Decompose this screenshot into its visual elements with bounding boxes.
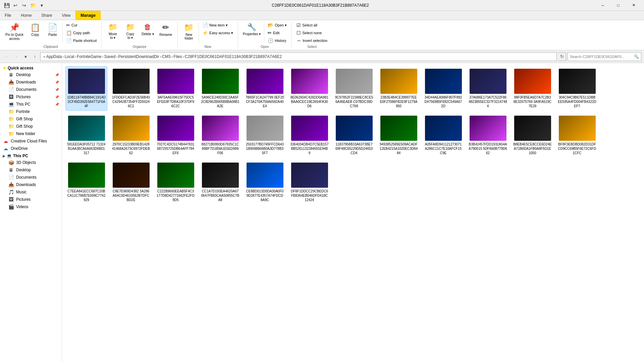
save-button[interactable]: 💾: [3, 1, 11, 9]
file-item-f14[interactable]: 2970C15233B09EB142841468A2673C6972FDEB62: [110, 113, 152, 158]
history-button[interactable]: 🕐 History: [266, 37, 289, 44]
minimize-button[interactable]: ─: [595, 0, 610, 11]
sidebar-item-fortnite[interactable]: 📁 Fortnite: [0, 108, 62, 115]
file-item-f22[interactable]: B3B42457FDD1932A54AA790515 5DF660B779D66…: [467, 113, 509, 158]
file-item-f12[interactable]: 304C94C9B67E511DBBEE595A4FD004FB4322DEF7: [556, 66, 598, 111]
pin-to-quick-button[interactable]: 📌 Pin to Quickaccess: [3, 21, 26, 42]
sidebar-item-pictures-pc[interactable]: 🖼 Pictures: [0, 196, 62, 203]
forward-button[interactable]: →: [12, 53, 20, 61]
recent-locations-button[interactable]: ▾: [21, 53, 30, 61]
tab-manage[interactable]: Manage: [75, 11, 101, 20]
properties-button[interactable]: 🔧 Properties ▾: [241, 21, 263, 42]
file-item-f1[interactable]: 1DB119748BB84C1914D2CF45D392E564771F6A4F: [65, 66, 107, 111]
sidebar-item-downloads-pc[interactable]: 📥 Downloads: [0, 181, 62, 188]
file-item-f3[interactable]: 3AF5AAE09615F75DC5EFEE8F7DBA10F37DF96C2C: [155, 66, 197, 111]
copy-path-button[interactable]: 📋 Copy path: [64, 29, 99, 37]
file-item-f5[interactable]: 7B65F1CA247799 0EF20CF3A270A758A6582A40E…: [244, 66, 286, 111]
path-persistent[interactable]: PersistentDownloadDir: [118, 54, 159, 59]
tab-view[interactable]: View: [57, 11, 75, 20]
file-item-f2[interactable]: 1FDDEFCAD3F2E56B40C42942B7354FF2D50246C2: [110, 66, 152, 111]
file-item-f26[interactable]: C8E7E969D4382 3A286A64C0D4610562B7DFCBD2…: [110, 160, 152, 204]
sidebar-item-3d-objects[interactable]: 📦 3D Objects: [0, 159, 62, 166]
refresh-button[interactable]: ↻: [558, 52, 566, 61]
sidebar-item-downloads-qa[interactable]: 📥 Downloads 📌: [0, 78, 62, 86]
file-item-f6[interactable]: 8E062604C426DD0A981BAA0CEC19E2654FA30D6: [288, 66, 330, 111]
sidebar-item-this-pc-qa[interactable]: 💻 This PC 📌: [0, 101, 62, 108]
file-item-f19[interactable]: 11837958B33A6373BE769F48C65229D5D24653CD…: [333, 113, 375, 158]
file-area[interactable]: 1DB119748BB84C1914D2CF45D392E564771F6A4F…: [62, 63, 644, 362]
rename-button[interactable]: ✏ Rename: [157, 21, 175, 42]
copy-to-button[interactable]: 📁 Copyto ▾: [122, 21, 139, 42]
delete-button[interactable]: 🗑 Delete ▾: [139, 21, 156, 42]
path-cms[interactable]: CMS: [162, 54, 171, 59]
close-button[interactable]: ✕: [626, 0, 641, 11]
new-item-button[interactable]: 📄 New item ▾: [200, 21, 235, 29]
easy-access-button[interactable]: ⚡ Easy access ▾: [200, 29, 235, 37]
search-icon[interactable]: 🔍: [634, 54, 639, 59]
file-item-f7[interactable]: 9C97852F22388EC8CE56A46EAEB C07BDC39DC76…: [333, 66, 375, 111]
sidebar-item-new-folder[interactable]: 📁 New folder: [0, 130, 62, 137]
edit-button[interactable]: ✏ Edit: [266, 29, 289, 37]
file-item-f20[interactable]: 9493852589E509ACADF12EB4215A1020EC3D8484: [378, 113, 420, 158]
redo-button[interactable]: ↪: [20, 1, 28, 9]
file-item-f24[interactable]: BF8F3EBDBD082D31DFCD9CC69B5F6E72C6FD1CFC: [556, 113, 598, 158]
sidebar-item-documents-pc[interactable]: 📄 Documents: [0, 174, 62, 181]
new-folder-button[interactable]: 📁 Newfolder: [180, 21, 197, 42]
sidebar-item-onedrive[interactable]: ☁ OneDrive: [0, 145, 62, 152]
sidebar-item-music[interactable]: 🎵 Music: [0, 188, 62, 196]
file-item-f4[interactable]: 5A96CE248D30C2AA5F2C8D962B005B8BA08B1A2E: [199, 66, 241, 111]
file-item-f23[interactable]: B8EB4E5CE8CCE6D24EA71B0DA1FB0A8F5D1E1050: [512, 113, 553, 158]
tab-home[interactable]: Home: [16, 11, 37, 20]
search-input[interactable]: [570, 55, 634, 59]
open-button[interactable]: 📂 Open ▾: [266, 21, 289, 29]
select-none-button[interactable]: ☐ Select none: [294, 29, 329, 37]
this-pc-header[interactable]: ▶ 💻 This PC: [0, 152, 62, 159]
file-item-f11[interactable]: 98F0FB5EA6D7A7C2B38E32675769 3A9FA519C7E…: [512, 66, 553, 111]
sidebar-item-pictures-qa[interactable]: 🖼 Pictures 📌: [0, 93, 62, 101]
qat-dropdown[interactable]: ▾: [38, 1, 46, 9]
file-item-f25[interactable]: C7EEA841ECC687C20BCA11C796B7E009C7742929: [65, 160, 107, 204]
path-fortnite[interactable]: FortniteGame: [77, 54, 101, 59]
sidebar-item-gift-shop-1[interactable]: 📁 Gift Shop: [0, 115, 62, 123]
sidebar-item-documents-qa[interactable]: 📄 Documents 📌: [0, 86, 62, 93]
file-item-f29[interactable]: CE8BD013D0DA30A0F09D2877E4357A74FDCD8A9C: [244, 160, 286, 204]
cut-button[interactable]: ✂ Cut: [64, 21, 99, 29]
path-files[interactable]: Files: [173, 54, 182, 59]
file-item-f27[interactable]: C222B9660EEAB5F4C3177D8D42771842FE2FD9D5: [155, 160, 197, 204]
path-local[interactable]: Local: [64, 54, 74, 59]
address-path[interactable]: « AppData › Local › FortniteGame › Saved…: [40, 52, 557, 61]
file-item-f18[interactable]: 3364034DB4D7C5EB157BB5261132284691E94B9: [288, 113, 330, 158]
tab-file[interactable]: File: [0, 11, 16, 20]
tab-share[interactable]: Share: [37, 11, 57, 20]
file-item-f13[interactable]: 591EEDA3F05712 71324B1AA38CA6A663D6B0131…: [65, 113, 107, 158]
file-item-f28[interactable]: CC1A7D193EA4620A670647FB83CAA50855C7BA8: [199, 160, 241, 204]
quick-access-header[interactable]: ★ Quick access: [0, 64, 62, 71]
copy-button[interactable]: 📋 Copy: [27, 21, 44, 42]
maximize-button[interactable]: □: [610, 0, 626, 11]
file-item-f15[interactable]: 7027C4DC5174B447831687255725DB64AFF784EF…: [155, 113, 197, 158]
file-item-f21[interactable]: A05FA8D941121273071A286C11C7E10AFCF15C9E: [422, 113, 464, 158]
paste-button[interactable]: 📄 Paste: [44, 21, 61, 42]
file-item-f17[interactable]: 2503177BD745FFCD6431B9098866B0A3D778B35F…: [244, 113, 286, 158]
sidebar-item-desktop-pc[interactable]: 🖥 Desktop: [0, 166, 62, 174]
file-item-f30[interactable]: DF8F1DDCC29CBEDC6FB8364EB046DFD418C12424: [288, 160, 330, 204]
path-appdata[interactable]: AppData: [46, 54, 62, 59]
select-all-button[interactable]: ☑ Select all: [294, 21, 329, 29]
file-item-f8[interactable]: 23B3E4B4CE399977EEE0F27086FB2E9F1279A950: [378, 66, 420, 111]
file-item-f10[interactable]: 37A686E173A7C522F864823855EC327F32147484: [467, 66, 509, 111]
up-button[interactable]: ↑: [31, 53, 39, 61]
folder-button[interactable]: 📁: [29, 1, 37, 9]
path-saved[interactable]: Saved: [104, 54, 115, 59]
paste-shortcut-button[interactable]: 📄 Paste shortcut: [64, 37, 99, 44]
sidebar-item-gift-shop-2[interactable]: 📁 Gift Shop: [0, 123, 62, 130]
invert-selection-button[interactable]: ↔ Invert selection: [294, 37, 329, 44]
path-hash[interactable]: C28FF1DE0C661DAF01E118A30B3F21B897A7A6E2: [185, 54, 282, 59]
undo-button[interactable]: ↩: [11, 1, 19, 9]
sidebar-item-desktop-qa[interactable]: 🖥 Desktop 📌: [0, 71, 62, 78]
file-item-f16[interactable]: 88271B0993D67835C1C89BF7D1B9A1E5ED989F06: [199, 113, 241, 158]
file-item-f9[interactable]: 34D44AEA986F807F892D47569B5F692C549A672D: [422, 66, 464, 111]
move-to-button[interactable]: 📁 Moveto ▾: [104, 21, 121, 42]
sidebar-item-creative-cloud[interactable]: ☁ Creative Cloud Files: [0, 137, 62, 145]
sidebar-item-videos[interactable]: 🎬 Videos: [0, 203, 62, 210]
back-button[interactable]: ←: [3, 53, 11, 61]
